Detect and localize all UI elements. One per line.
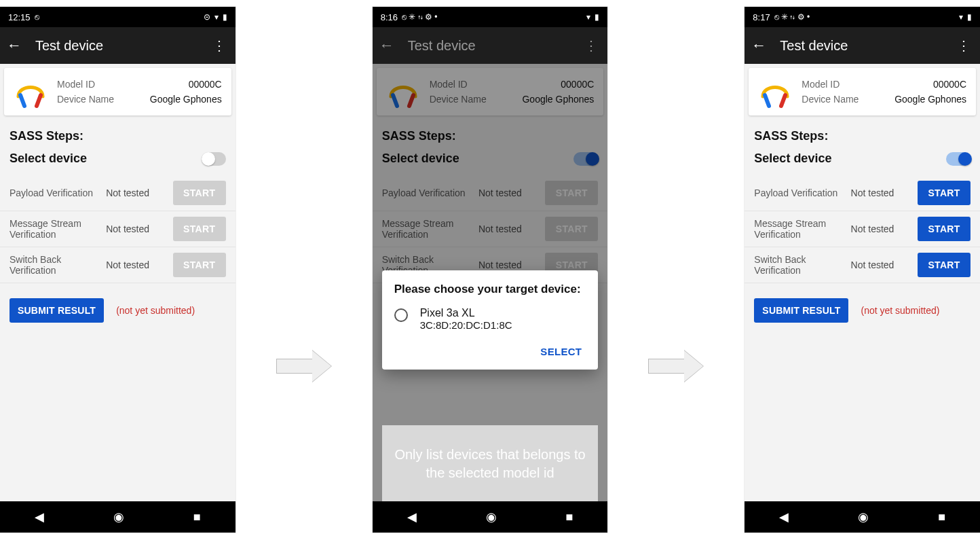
- test-name: Message Stream Verification: [754, 218, 850, 240]
- app-bar: ← Test device ⋮: [0, 27, 235, 64]
- table-row: Payload Verification Not tested START: [745, 175, 980, 211]
- status-time: 12:15: [8, 12, 31, 22]
- table-row: Message Stream Verification Not tested S…: [0, 211, 235, 247]
- submit-result-button[interactable]: SUBMIT RESULT: [754, 298, 848, 323]
- model-id-label: Model ID: [57, 79, 95, 90]
- phone-screen-2: 8:16 ⎋ ✳ ⇅ ⚙ • ▾ ▮ ← Test device ⋮: [373, 7, 608, 533]
- nav-back-button[interactable]: ◀: [35, 509, 44, 524]
- device-option-mac: 3C:8D:20:DC:D1:8C: [420, 319, 512, 331]
- table-row: Message Stream Verification Not tested S…: [745, 211, 980, 247]
- device-name-label: Device Name: [802, 94, 859, 105]
- nav-bar: ◀ ◉ ■: [0, 501, 235, 533]
- device-name-value: Google Gphones: [150, 94, 222, 105]
- content-area: Model ID 00000C Device Name Google Gphon…: [373, 64, 608, 501]
- device-name-value: Google Gphones: [894, 94, 966, 105]
- annotation-note: Only list devices that belongs to the se…: [382, 425, 599, 501]
- back-button[interactable]: ←: [379, 37, 394, 54]
- status-icon-misc: ⎋ ✳ ⇅ ⚙ •: [774, 13, 810, 21]
- nav-back-button[interactable]: ◀: [779, 509, 789, 524]
- battery-icon: ▮: [595, 13, 599, 21]
- device-option-name: Pixel 3a XL: [420, 307, 512, 319]
- app-bar: ← Test device ⋮: [745, 27, 980, 64]
- status-bar: 12:15 ⎋ ⊝ ▾ ▮: [0, 7, 235, 27]
- sass-heading: SASS Steps:: [0, 122, 235, 147]
- app-bar: ← Test device ⋮: [373, 27, 608, 64]
- start-button: START: [173, 217, 226, 241]
- more-menu-button[interactable]: ⋮: [582, 37, 601, 54]
- nav-back-button[interactable]: ◀: [407, 509, 417, 524]
- test-status: Not tested: [851, 223, 918, 234]
- battery-icon: ▮: [223, 13, 227, 21]
- page-title: Test device: [408, 38, 569, 54]
- dialog-title: Please choose your target device:: [394, 283, 586, 296]
- status-icon-misc: ⎋: [35, 13, 39, 21]
- table-row: Switch Back Verification Not tested STAR…: [745, 247, 980, 283]
- back-button[interactable]: ←: [751, 37, 766, 54]
- radio-icon[interactable]: [394, 308, 408, 322]
- arrow-icon: [648, 351, 704, 382]
- more-menu-button[interactable]: ⋮: [210, 37, 229, 54]
- test-status: Not tested: [106, 187, 172, 198]
- nav-bar: ◀ ◉ ■: [373, 501, 608, 533]
- start-button: START: [173, 181, 226, 205]
- start-button[interactable]: START: [918, 181, 970, 205]
- status-bar: 8:17 ⎋ ✳ ⇅ ⚙ • ▾ ▮: [745, 7, 980, 27]
- test-status: Not tested: [106, 259, 172, 270]
- nav-recent-button[interactable]: ■: [565, 510, 573, 524]
- nav-bar: ◀ ◉ ■: [745, 501, 980, 533]
- not-submitted-label: (not yet submitted): [116, 305, 195, 316]
- arrow-icon: [276, 351, 332, 382]
- nav-recent-button[interactable]: ■: [193, 510, 201, 524]
- page-title: Test device: [780, 38, 941, 54]
- submit-result-button[interactable]: SUBMIT RESULT: [10, 298, 104, 323]
- battery-icon: ▮: [967, 13, 972, 21]
- model-id-value: 00000C: [189, 79, 222, 90]
- more-menu-button[interactable]: ⋮: [954, 37, 973, 54]
- headphones-icon: [14, 75, 48, 109]
- nav-home-button[interactable]: ◉: [486, 509, 497, 524]
- phone-screen-1: 12:15 ⎋ ⊝ ▾ ▮ ← Test device ⋮: [0, 7, 235, 533]
- status-icon-misc: ⎋ ✳ ⇅ ⚙ •: [402, 13, 438, 21]
- test-name: Payload Verification: [754, 187, 850, 198]
- test-name: Switch Back Verification: [10, 254, 106, 276]
- test-status: Not tested: [106, 223, 172, 234]
- wifi-icon: ▾: [959, 13, 963, 21]
- test-status: Not tested: [851, 187, 918, 198]
- wifi-icon: ▾: [214, 13, 219, 21]
- status-time: 8:17: [753, 12, 770, 22]
- select-device-toggle[interactable]: [946, 152, 970, 166]
- status-bar: 8:16 ⎋ ✳ ⇅ ⚙ • ▾ ▮: [373, 7, 608, 27]
- page-title: Test device: [35, 38, 196, 54]
- device-card: Model ID 00000C Device Name Google Gphon…: [4, 68, 231, 115]
- dnd-icon: ⊝: [204, 13, 210, 21]
- select-device-toggle[interactable]: [202, 152, 226, 166]
- headphones-icon: [758, 75, 792, 109]
- device-name-label: Device Name: [57, 94, 114, 105]
- content-area: Model ID 00000C Device Name Google Gphon…: [0, 64, 235, 501]
- table-row: Payload Verification Not tested START: [0, 175, 235, 211]
- start-button[interactable]: START: [918, 253, 970, 277]
- test-name: Switch Back Verification: [754, 254, 850, 276]
- nav-recent-button[interactable]: ■: [938, 510, 945, 524]
- test-status: Not tested: [851, 259, 918, 270]
- select-device-label: Select device: [10, 151, 87, 166]
- model-id-value: 00000C: [933, 79, 966, 90]
- content-area: Model ID 00000C Device Name Google Gphon…: [745, 64, 980, 501]
- select-device-label: Select device: [754, 151, 831, 166]
- start-button: START: [173, 253, 226, 277]
- nav-home-button[interactable]: ◉: [858, 509, 869, 524]
- target-device-dialog: Please choose your target device: Pixel …: [382, 270, 599, 370]
- nav-home-button[interactable]: ◉: [113, 509, 124, 524]
- status-time: 8:16: [381, 12, 398, 22]
- test-name: Payload Verification: [10, 187, 106, 198]
- model-id-label: Model ID: [802, 79, 840, 90]
- sass-heading: SASS Steps:: [745, 122, 980, 147]
- table-row: Switch Back Verification Not tested STAR…: [0, 247, 235, 283]
- start-button[interactable]: START: [918, 217, 970, 241]
- phone-screen-3: 8:17 ⎋ ✳ ⇅ ⚙ • ▾ ▮ ← Test device ⋮: [745, 7, 980, 533]
- device-option[interactable]: Pixel 3a XL 3C:8D:20:DC:D1:8C: [394, 307, 586, 331]
- not-submitted-label: (not yet submitted): [861, 305, 939, 316]
- device-card: Model ID 00000C Device Name Google Gphon…: [749, 68, 976, 115]
- dialog-select-button[interactable]: SELECT: [536, 340, 586, 363]
- back-button[interactable]: ←: [7, 37, 22, 54]
